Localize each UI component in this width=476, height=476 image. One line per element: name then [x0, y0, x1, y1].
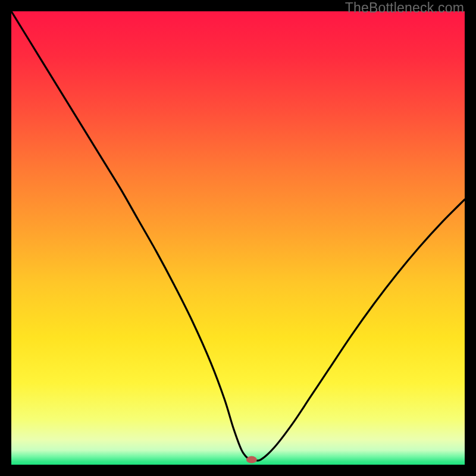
- watermark-label: TheBottleneck.com: [345, 0, 464, 16]
- curve-marker: [246, 456, 257, 464]
- chart-background: [11, 11, 465, 465]
- chart-svg: [11, 11, 465, 465]
- chart-frame: [11, 11, 465, 465]
